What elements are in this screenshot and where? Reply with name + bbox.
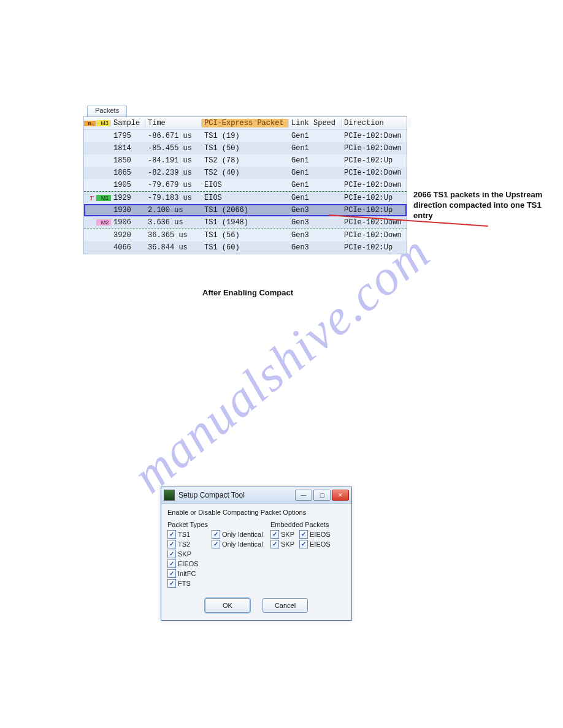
table-row[interactable]: 1814-85.455 usTS1 (50)Gen1PCIe-102:Down — [84, 142, 407, 154]
cell-packet: TS1 (19) — [202, 132, 289, 140]
cell-dir: PCIe-102:Down — [342, 181, 410, 189]
grid-header: B.. M3 Sample Time PCI-Express Packet Li… — [84, 117, 407, 130]
col-m[interactable]: M3 — [96, 120, 111, 126]
cell-sample: 1850 — [111, 156, 145, 165]
annotation-text: 2066 TS1 packets in the Upstream directi… — [413, 190, 554, 221]
cell-sample: 1929 — [111, 194, 145, 202]
checkbox-emb-eieos-1[interactable]: ✓ — [299, 530, 308, 539]
cell-time: -84.191 us — [145, 156, 202, 165]
caption-after-compact: After Enabling Compact — [202, 288, 293, 297]
table-row[interactable]: 1795-86.671 usTS1 (19)Gen1PCIe-102:Down — [84, 130, 407, 142]
dialog-icon — [164, 490, 175, 501]
cell-speed: Gen1 — [289, 132, 342, 140]
table-row[interactable]: 1865-82.239 usTS2 (40)Gen1PCIe-102:Down — [84, 167, 407, 179]
cell-sample: 1905 — [111, 181, 145, 189]
label-emb-skp-2: SKP — [281, 539, 294, 549]
marker-m1: M1 — [96, 195, 111, 201]
table-row[interactable]: 406636.844 usTS1 (60)Gen3PCIe-102:Up — [84, 241, 407, 254]
cell-packet: TS1 (60) — [202, 243, 289, 252]
cell-packet: TS1 (50) — [202, 144, 289, 153]
label-emb-eieos-2: EIEOS — [310, 539, 331, 549]
cell-speed: Gen1 — [289, 169, 342, 177]
checkbox-only-identical-2[interactable]: ✓ — [212, 540, 220, 548]
table-row[interactable]: 392036.365 usTS1 (56)Gen3PCIe-102:Down — [84, 229, 407, 241]
cell-sample: 3920 — [111, 231, 145, 240]
cell-time: -86.671 us — [145, 132, 202, 140]
cell-dir: PCIe-102:Down — [342, 144, 410, 153]
cell-sample: 1865 — [111, 169, 145, 177]
checkbox-emb-eieos-2[interactable]: ✓ — [299, 540, 308, 548]
cell-dir: PCIe-102:Up — [342, 206, 410, 214]
tab-packets[interactable]: Packets — [87, 105, 127, 116]
cell-packet: TS1 (1948) — [202, 218, 289, 227]
maximize-button[interactable]: ▢ — [313, 490, 331, 501]
checkbox-skp[interactable]: ✓ — [167, 550, 176, 558]
label-emb-skp-1: SKP — [281, 529, 294, 539]
dialog-subtitle: Enable or Disable Compacting Packet Opti… — [167, 509, 345, 516]
label-skp: SKP — [178, 549, 191, 559]
cell-dir: PCIe-102:Down — [342, 169, 410, 177]
cell-time: -79.183 us — [145, 194, 202, 202]
checkbox-ts1[interactable]: ✓ — [167, 530, 176, 539]
cell-time: 2.100 us — [145, 206, 202, 214]
cell-speed: Gen3 — [289, 206, 342, 214]
col-time[interactable]: Time — [145, 119, 202, 127]
dialog-titlebar[interactable]: Setup Compact Tool — ▢ ✕ — [161, 487, 351, 504]
table-row[interactable]: M219063.636 usTS1 (1948)Gen3PCIe-102:Dow… — [84, 216, 407, 229]
table-row[interactable]: 1905-79.679 usEIOSGen1PCIe-102:Down — [84, 179, 407, 191]
col-b[interactable]: B.. — [84, 121, 96, 126]
cell-sample: 1814 — [111, 144, 145, 153]
cell-speed: Gen3 — [289, 231, 342, 240]
trigger-flag-icon: T — [84, 194, 96, 202]
cell-dir: PCIe-102:Up — [342, 194, 410, 202]
checkbox-initfc[interactable]: ✓ — [167, 569, 176, 578]
cell-speed: Gen1 — [289, 144, 342, 153]
table-row[interactable]: 1850-84.191 usTS2 (78)Gen1PCIe-102:Up — [84, 154, 407, 167]
cell-time: -85.455 us — [145, 144, 202, 153]
close-button[interactable]: ✕ — [332, 490, 349, 501]
checkbox-ts2[interactable]: ✓ — [167, 540, 176, 548]
cell-packet: TS1 (2066) — [202, 206, 289, 214]
header-packet-types: Packet Types — [167, 521, 212, 528]
minimize-button[interactable]: — — [295, 490, 312, 501]
col-direction[interactable]: Direction — [342, 119, 410, 127]
label-eieos: EIEOS — [178, 559, 199, 569]
col-sample[interactable]: Sample — [111, 119, 145, 127]
header-embedded-packets: Embedded Packets — [270, 521, 345, 528]
checkbox-eieos[interactable]: ✓ — [167, 559, 176, 568]
cell-time: 36.844 us — [145, 243, 202, 252]
cell-packet: TS2 (40) — [202, 169, 289, 177]
cell-dir: PCIe-102:Down — [342, 132, 410, 140]
label-emb-eieos-1: EIEOS — [310, 529, 331, 539]
ok-button[interactable]: OK — [205, 598, 250, 613]
setup-compact-dialog: Setup Compact Tool — ▢ ✕ Enable or Disab… — [161, 487, 352, 621]
checkbox-only-identical-1[interactable]: ✓ — [212, 530, 220, 539]
dialog-title: Setup Compact Tool — [178, 491, 245, 499]
packets-panel: Packets B.. M3 Sample Time PCI-Express P… — [83, 104, 407, 254]
cancel-button[interactable]: Cancel — [262, 598, 308, 613]
cell-packet: EIOS — [202, 181, 289, 189]
table-row[interactable]: 19302.100 usTS1 (2066)Gen3PCIe-102:Up — [84, 204, 407, 216]
label-ts1: TS1 — [178, 529, 190, 539]
checkbox-emb-skp-1[interactable]: ✓ — [270, 530, 279, 539]
cell-time: -82.239 us — [145, 169, 202, 177]
col-speed[interactable]: Link Speed — [289, 119, 342, 127]
packets-grid: B.. M3 Sample Time PCI-Express Packet Li… — [83, 116, 407, 254]
cell-dir: PCIe-102:Up — [342, 156, 410, 165]
cell-speed: Gen1 — [289, 194, 342, 202]
marker-m2: M2 — [96, 219, 111, 226]
cell-time: 36.365 us — [145, 231, 202, 240]
cell-speed: Gen3 — [289, 243, 342, 252]
cell-time: 3.636 us — [145, 218, 202, 227]
cell-dir: PCIe-102:Down — [342, 231, 410, 240]
cell-packet: TS1 (56) — [202, 231, 289, 240]
col-packet[interactable]: PCI-Express Packet — [202, 119, 289, 127]
cell-packet: EIOS — [202, 194, 289, 202]
table-row[interactable]: TM11929-79.183 usEIOSGen1PCIe-102:Up — [84, 191, 407, 204]
cell-sample: 4066 — [111, 243, 145, 252]
label-fts: FTS — [178, 578, 191, 588]
cell-time: -79.679 us — [145, 181, 202, 189]
checkbox-fts[interactable]: ✓ — [167, 579, 176, 588]
checkbox-emb-skp-2[interactable]: ✓ — [270, 540, 279, 548]
label-ts2: TS2 — [178, 539, 190, 549]
